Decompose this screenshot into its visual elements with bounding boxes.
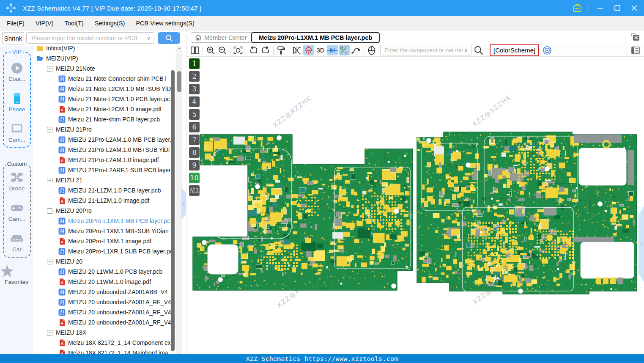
net-search-input[interactable] (384, 47, 464, 54)
tree-file-row[interactable]: MEIZU 20 unbounded-ZA001A_RF_V4 (33, 297, 171, 307)
measure-icon[interactable] (339, 45, 350, 55)
tree-file-row[interactable]: AMEIZU 21Pro-L2AM.1.0 image.pdf (33, 155, 171, 165)
tree-file-row[interactable]: MEIZU 21-L1ZM.1.0 PCB layer.pcb (33, 185, 171, 195)
pcb-canvas[interactable]: XZZ@XZZHKXZZ@XZZHKXZZ@XZZHKXZZ@XZZHK (186, 57, 644, 354)
rail-item-car[interactable]: Car (4, 232, 30, 253)
tree-group-row[interactable]: −MEIZU 21 (33, 175, 171, 185)
fit-selection-icon[interactable] (233, 45, 244, 55)
close-documents-icon[interactable] (630, 33, 640, 41)
layers-panel-icon[interactable] (630, 45, 641, 55)
tree-item-label: MEIZU 21Pro-L2ARF.1 SUB PCB layer.p (68, 167, 171, 173)
colorscheme-button[interactable]: [ColorScheme] (490, 44, 539, 56)
tree-file-row[interactable]: Meizu 20Pro-L1XM.1 MB PCB layer.pc (33, 216, 171, 226)
net-search-combo[interactable]: ∨ (380, 45, 471, 55)
scrollbar-thumb[interactable] (171, 70, 175, 351)
tree-scrollbar-inner[interactable] (171, 46, 175, 354)
tree-file-row[interactable]: AMeizu 18X 82172_1_14 Mainbord ima (33, 348, 171, 354)
chevron-down-icon[interactable]: ∨ (464, 47, 468, 53)
collapse-icon[interactable]: − (47, 178, 52, 183)
maximize-icon[interactable] (612, 3, 623, 14)
rotate-ccw-icon[interactable] (248, 45, 259, 55)
tree-file-row[interactable]: MEIZU 20 unbounded-ZA001ABB_V4 (33, 287, 171, 297)
tree-group-row[interactable]: −MEIZU 18X (33, 327, 171, 338)
tree-group-row[interactable]: −MEIZU 21Note (33, 63, 171, 74)
pcb-icon (58, 289, 66, 296)
tree-file-row[interactable]: AMEIZU 20 unbounded-ZA001A_RF_V4 (33, 317, 171, 327)
briefcase-icon[interactable] (572, 3, 583, 14)
scroll-up-icon[interactable]: ⌃ (176, 47, 182, 52)
lamp-icon[interactable] (303, 45, 314, 55)
active-document-tab[interactable]: Meizu 20Pro-L1XM.1 MB PCB layer.pcb (251, 32, 380, 43)
tree-group-row[interactable]: −MEIZU 20 (33, 256, 171, 267)
diode-icon[interactable] (327, 45, 338, 55)
tree-file-row[interactable]: MEIZU 21Pro-L2ARF.1 SUB PCB layer.p (33, 165, 171, 175)
tree-file-row[interactable]: AMeizu 20Pro-L1XM.1 image.pdf (33, 236, 171, 246)
tree-file-row[interactable]: AMEIZU 20 L1WM.1.0 image.pdf (33, 277, 171, 287)
rail-item-com[interactable]: Com... (4, 123, 30, 143)
close-icon[interactable] (629, 3, 640, 14)
tree-file-row[interactable]: AMEIZU 21-L1ZM.1.0 image.pdf (33, 195, 171, 206)
tree-file-row[interactable]: Meizu 20Pro-L1XM.1 MB+SUB YiDian (33, 226, 171, 236)
rail-item-drone[interactable]: Drone (4, 171, 30, 192)
tree-file-row[interactable]: MEIZU 21Pro-L2AM.1.0 MB+SUB YiDi (33, 145, 171, 155)
tree-file-row[interactable]: AMeizu 21 Note-L2CM.1.0 image.pdf (33, 104, 171, 114)
menu-item-file-f[interactable]: File(F) (7, 20, 25, 27)
split-view-icon[interactable] (189, 45, 200, 55)
tree-file-row[interactable]: Meizu 21 Note-L2CM.1.0 PCB layer.pc (33, 94, 171, 104)
zoom-in-icon[interactable] (205, 45, 216, 55)
curve-icon[interactable] (351, 45, 362, 55)
mouse-icon[interactable] (366, 45, 377, 55)
model-search-button[interactable] (158, 32, 180, 44)
minimize-icon[interactable] (595, 3, 606, 14)
tree-file-row[interactable]: Meizu 21 Note-L2CM.1.0 MB+SUB YiD (33, 84, 171, 94)
chevron-down-icon[interactable]: ∨ (147, 35, 151, 41)
tree-file-row[interactable]: Meizu 21 Note-Connector shim PCB l (33, 74, 171, 84)
tree-file-row[interactable]: Infinix(VIP) (33, 46, 171, 53)
rail-item-cour[interactable]: Cour... (4, 62, 30, 82)
tree-item-label: MEIZU 21-L1ZM.1.0 PCB layer.pcb (68, 187, 161, 194)
tree-file-row[interactable]: Meizu 20Pro-L1XR.1 SUB PCB layer.pc (33, 246, 171, 256)
rail-item-favorites[interactable]: Favorites (0, 264, 33, 285)
tree-item-label: Meizu 21 Note-L2CM.1.0 PCB layer.pc (68, 96, 170, 102)
mirror-icon[interactable] (291, 45, 302, 55)
tree-file-row[interactable]: Meizu 21 Note-shim PCB layer.pcb (33, 114, 171, 124)
zoom-out-icon[interactable] (217, 45, 228, 55)
toolbar-separator (289, 46, 289, 55)
menu-item-tool-t[interactable]: Tool(T) (65, 20, 84, 27)
net-search-magnifier-icon[interactable] (473, 45, 484, 55)
tree-file-row[interactable]: MEIZU(VIP) (33, 53, 171, 63)
paint-roller-icon[interactable] (276, 45, 287, 55)
statusbar-text: XZZ Schematics https://www.xzztools.com (246, 355, 398, 362)
rail-item-gam[interactable]: Gam... (4, 202, 30, 222)
menu-item-settings-s[interactable]: Settings(S) (95, 20, 125, 27)
panel-expand-handle[interactable]: ‹ (639, 206, 644, 282)
tree-file-row[interactable]: MEIZU 20 unbounded-ZA001A_RF_V4 (33, 307, 171, 317)
tree-item-label: MEIZU 20 (56, 258, 82, 265)
rotate-cw-icon[interactable] (260, 45, 271, 55)
tree-group-row[interactable]: −MEIZU 21Pro (33, 124, 171, 135)
collapse-icon[interactable]: − (47, 66, 52, 72)
toolbar-separator (230, 46, 230, 55)
menu-item-vip-v[interactable]: VIP(V) (36, 20, 54, 27)
collapse-icon[interactable]: − (47, 259, 52, 264)
tree-item-label: MEIZU 21Pro-L2AM.1.0 MB+SUB YiDi (68, 146, 170, 153)
tree-file-row[interactable]: MEIZU 21Pro-L2AM.1.0 MB PCB layer. (33, 135, 171, 145)
scrollbar-thumb[interactable] (177, 71, 181, 92)
three-d-label[interactable]: 3D (315, 45, 326, 55)
tree-group-row[interactable]: −MEIZU 20Pro (33, 206, 171, 216)
menu-item-pcb-view-settings-s[interactable]: PCB View settings(S) (136, 20, 194, 27)
collapse-icon[interactable]: − (47, 208, 52, 214)
model-search-row: Shrink ∨ (0, 30, 186, 46)
collapse-icon[interactable]: − (47, 330, 52, 336)
gamepad-icon (4, 202, 30, 214)
tree-file-row[interactable]: MEIZU 20 L1WM.1.0 PCB layer.pcb (33, 267, 171, 277)
shrink-button[interactable]: Shrink (2, 32, 24, 44)
tree-file-row[interactable]: AMeizu 18X 82172_1_14 Component ex (33, 338, 171, 348)
eye-icon[interactable] (542, 45, 553, 55)
svg-text:A: A (60, 341, 63, 345)
rail-item-phone[interactable]: Phone (4, 92, 30, 113)
model-search-combo[interactable]: ∨ (26, 32, 154, 44)
model-search-input[interactable] (30, 34, 147, 42)
member-center-button[interactable]: Member Center (191, 32, 252, 43)
collapse-icon[interactable]: − (47, 127, 52, 132)
